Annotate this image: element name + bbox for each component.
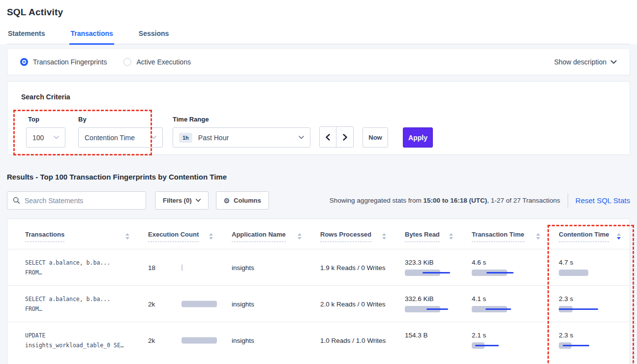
- execution-count-bar: [182, 301, 221, 307]
- contention-time-bar: [559, 342, 621, 349]
- transactions-table: Transactions Execution Count Application…: [7, 219, 630, 359]
- time-range-group: Time Range 1h Past Hour: [173, 116, 310, 148]
- sort-icon[interactable]: [536, 233, 540, 240]
- contention-time-value: 2.3 s: [559, 332, 621, 339]
- by-select-value: Contention Time: [85, 134, 135, 142]
- top-select[interactable]: 100: [26, 127, 65, 148]
- show-description-label: Show description: [554, 58, 607, 66]
- transactions-table-card: Transactions Execution Count Application…: [7, 218, 630, 364]
- application-name-value: insights: [232, 301, 254, 308]
- execution-count-bar: [182, 337, 221, 343]
- filters-button[interactable]: Filters (0): [155, 191, 209, 210]
- previous-time-button[interactable]: [320, 127, 336, 147]
- application-name-value: insights: [232, 337, 254, 344]
- sort-icon[interactable]: [298, 233, 302, 240]
- aggregated-stats-text: Showing aggregated stats from 15:00 to 1…: [330, 197, 560, 204]
- view-toggle-row: Transaction Fingerprints Active Executio…: [7, 49, 630, 75]
- top-field-group: Top 100: [28, 116, 65, 148]
- by-label: By: [78, 116, 163, 123]
- execution-count-value: 18: [148, 264, 155, 272]
- chevron-down-icon: [610, 60, 617, 64]
- now-button[interactable]: Now: [363, 127, 388, 148]
- next-time-button[interactable]: [336, 127, 353, 147]
- bytes-read-value: 323.3 KiB: [405, 259, 453, 266]
- radio-active-executions[interactable]: Active Executions: [123, 58, 191, 66]
- chevron-down-icon: [299, 136, 304, 139]
- sort-icon[interactable]: [449, 233, 453, 240]
- page-header: SQL Activity Statements Transactions Ses…: [0, 0, 637, 44]
- search-icon: [13, 197, 20, 204]
- col-header-contention-time[interactable]: Contention Time: [559, 231, 609, 242]
- transaction-fingerprint-link[interactable]: SELECT a.balance, b.ba...FROM…: [25, 258, 129, 277]
- rows-processed-value: 1.9 k Reads / 0 Writes: [320, 264, 386, 272]
- divider: [568, 193, 568, 208]
- gear-icon: ⚙: [224, 197, 230, 204]
- radio-selected-icon: [20, 58, 28, 66]
- chevron-left-icon: [326, 134, 330, 141]
- col-header-execution-count[interactable]: Execution Count: [148, 231, 199, 242]
- top-select-value: 100: [32, 134, 44, 142]
- tab-statements[interactable]: Statements: [7, 30, 46, 44]
- col-header-application-name[interactable]: Application Name: [232, 231, 286, 242]
- view-radio-group: Transaction Fingerprints Active Executio…: [20, 58, 191, 66]
- page-title: SQL Activity: [7, 7, 630, 18]
- columns-button[interactable]: ⚙ Columns: [216, 191, 269, 210]
- search-criteria-panel: Search Criteria Top 100 By Contention Ti…: [7, 81, 630, 155]
- application-name-value: insights: [232, 264, 254, 272]
- bytes-read-bar: [405, 306, 453, 312]
- by-field-group: By Contention Time: [78, 116, 163, 148]
- search-statements-box: [7, 191, 146, 210]
- radio-label: Transaction Fingerprints: [33, 58, 107, 66]
- time-range-select[interactable]: 1h Past Hour: [173, 127, 310, 148]
- execution-count-value: 2k: [148, 301, 155, 308]
- search-criteria-controls: Top 100 By Contention Time Time Range 1h: [21, 116, 616, 148]
- time-step-buttons: [319, 126, 354, 148]
- reset-sql-stats-link[interactable]: Reset SQL Stats: [576, 196, 630, 205]
- contention-time-value: 2.3 s: [559, 295, 621, 303]
- radio-label: Active Executions: [136, 58, 191, 66]
- transaction-time-value: 4.6 s: [472, 259, 540, 266]
- chevron-down-icon: [196, 199, 201, 202]
- bytes-read-bar: [405, 270, 453, 276]
- transaction-time-value: 4.1 s: [472, 295, 540, 303]
- chevron-down-icon: [54, 136, 59, 139]
- col-header-bytes-read[interactable]: Bytes Read: [405, 231, 440, 242]
- results-toolbar: Filters (0) ⚙ Columns Showing aggregated…: [7, 191, 630, 210]
- transaction-fingerprint-link[interactable]: SELECT a.balance, b.ba...FROM…: [25, 294, 129, 314]
- contention-time-bar: [559, 270, 621, 276]
- transaction-time-bar: [472, 306, 540, 312]
- show-description-toggle[interactable]: Show description: [554, 58, 617, 66]
- sort-icon[interactable]: [125, 233, 129, 240]
- sort-icon[interactable]: [209, 233, 213, 240]
- rows-processed-value: 1.0 Reads / 1.0 Writes: [320, 337, 386, 344]
- chevron-down-icon: [151, 136, 156, 139]
- table-row: SELECT a.balance, b.ba...FROM… 18 insigh…: [7, 249, 630, 286]
- sort-icon-descending[interactable]: [617, 233, 621, 240]
- radio-unselected-icon: [123, 58, 131, 66]
- time-range-value: Past Hour: [198, 134, 299, 142]
- sort-icon[interactable]: [382, 233, 386, 240]
- contention-time-bar: [559, 306, 621, 312]
- col-header-rows-processed[interactable]: Rows Processed: [320, 231, 371, 242]
- columns-button-label: Columns: [234, 197, 261, 204]
- results-heading: Results - Top 100 Transaction Fingerprin…: [7, 173, 630, 181]
- transaction-time-bar: [472, 270, 540, 276]
- contention-time-value: 4.7 s: [559, 259, 621, 266]
- search-statements-input[interactable]: [25, 197, 140, 205]
- transaction-time-bar: [472, 342, 540, 349]
- bytes-read-value: 332.6 KiB: [405, 295, 453, 303]
- table-row: SELECT a.balance, b.ba...FROM… 2k insigh…: [7, 286, 630, 322]
- transaction-time-value: 2.1 s: [472, 332, 540, 339]
- tab-transactions[interactable]: Transactions: [69, 30, 114, 45]
- top-label: Top: [28, 116, 65, 123]
- execution-count-value: 2k: [148, 337, 155, 344]
- col-header-transactions[interactable]: Transactions: [25, 231, 64, 242]
- radio-transaction-fingerprints[interactable]: Transaction Fingerprints: [20, 58, 107, 66]
- tab-bar: Statements Transactions Sessions: [7, 30, 630, 44]
- transaction-fingerprint-link[interactable]: UPDATEinsights_workload_table_0 SE…: [25, 331, 129, 350]
- by-select[interactable]: Contention Time: [78, 127, 163, 148]
- execution-count-bar: [182, 264, 221, 271]
- col-header-transaction-time[interactable]: Transaction Time: [472, 231, 524, 242]
- tab-sessions[interactable]: Sessions: [138, 30, 170, 44]
- apply-button[interactable]: Apply: [403, 127, 433, 148]
